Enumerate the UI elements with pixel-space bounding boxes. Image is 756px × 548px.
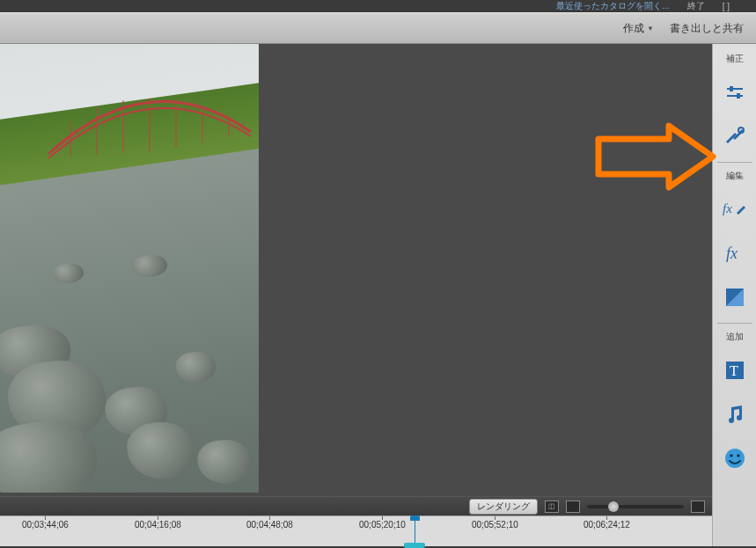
timeline-tick: 00;03;44;06: [22, 520, 69, 530]
preview-area: レンダリング ◫ 00;03;44;0600;04;16;0800;04;48;…: [0, 44, 712, 546]
render-button[interactable]: レンダリング: [469, 499, 538, 515]
snap-icon[interactable]: [566, 501, 580, 513]
controls-bar: レンダリング ◫: [0, 496, 712, 515]
toolbar: 作成 ▼ 書き出しと共有: [0, 12, 756, 44]
timeline-tick: 00;04;16;08: [135, 520, 181, 530]
fx-edit-button[interactable]: fx: [720, 194, 750, 224]
transition-icon: [724, 287, 745, 308]
export-share-button[interactable]: 書き出しと共有: [670, 21, 744, 36]
export-label: 書き出しと共有: [670, 21, 744, 36]
create-button[interactable]: 作成 ▼: [623, 21, 654, 36]
svg-point-18: [730, 454, 733, 457]
svg-point-19: [737, 454, 740, 457]
timeline-tick: 00;04;48;08: [246, 520, 293, 530]
menu-bracket: [ ]: [723, 2, 730, 11]
svg-text:T: T: [730, 363, 738, 378]
fx-icon: fx: [724, 243, 745, 264]
fx-button[interactable]: fx: [720, 238, 750, 268]
tools-icon: [724, 126, 745, 147]
zoom-thumb[interactable]: [608, 501, 619, 512]
fullscreen-icon[interactable]: [691, 501, 705, 513]
section-edit-label: 編集: [726, 170, 744, 182]
music-note-icon: [724, 404, 745, 425]
svg-rect-8: [730, 86, 733, 91]
svg-point-17: [725, 449, 745, 468]
timeline-tick: 00;05;20;10: [359, 520, 406, 530]
titles-button[interactable]: T: [720, 355, 750, 385]
section-correction-label: 補正: [726, 53, 744, 65]
sliders-icon: [724, 82, 745, 103]
top-menubar: 最近使ったカタログを開く... 終了 [ ]: [0, 0, 756, 12]
timeline-tick: 00;06;24;12: [584, 520, 630, 530]
menu-recent[interactable]: 最近使ったカタログを開く...: [556, 0, 669, 12]
transitions-button[interactable]: [720, 282, 750, 312]
svg-rect-10: [737, 93, 740, 99]
chevron-down-icon: ▼: [647, 25, 654, 33]
safe-margins-icon[interactable]: ◫: [545, 501, 559, 513]
audio-button[interactable]: [720, 399, 750, 429]
graphics-button[interactable]: [720, 443, 750, 473]
timeline-tick: 00;05;52;10: [472, 520, 518, 530]
smiley-icon: [723, 447, 746, 470]
adjust-sliders-button[interactable]: [720, 77, 750, 107]
right-panel: 補正 編集 fx fx: [712, 44, 756, 546]
arrow-annotation-icon: [590, 121, 722, 201]
fx-pencil-icon: fx: [723, 199, 747, 220]
create-label: 作成: [623, 21, 644, 36]
video-preview[interactable]: [0, 44, 259, 493]
section-add-label: 追加: [726, 331, 744, 343]
zoom-slider[interactable]: [587, 505, 684, 508]
text-icon: T: [724, 360, 745, 381]
svg-text:fx: fx: [726, 245, 738, 262]
tools-button[interactable]: [720, 121, 750, 151]
svg-text:fx: fx: [723, 201, 732, 216]
timeline[interactable]: 00;03;44;0600;04;16;0800;04;48;0800;05;2…: [0, 515, 712, 546]
menu-quit[interactable]: 終了: [687, 0, 705, 12]
playhead[interactable]: [415, 516, 415, 546]
